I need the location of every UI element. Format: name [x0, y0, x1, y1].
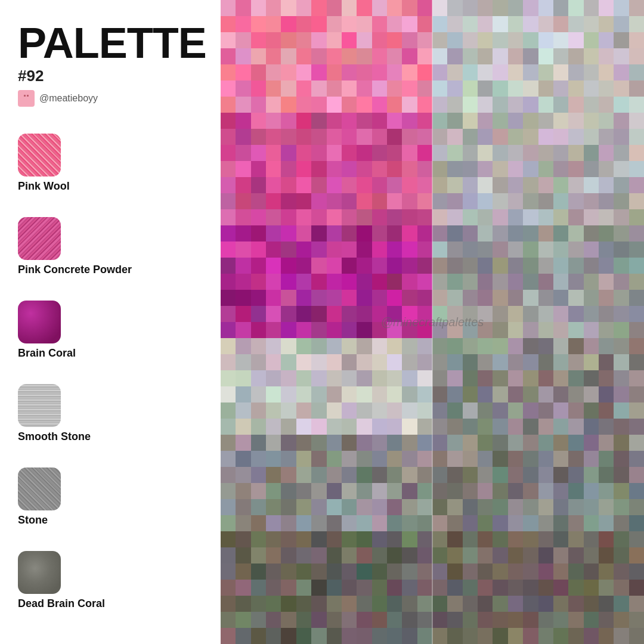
swatch-dead-brain-coral [18, 551, 61, 594]
color-item-smooth-stone: Smooth Stone [18, 384, 203, 443]
svg-rect-2 [24, 95, 26, 97]
color-item-stone: Stone [18, 467, 203, 527]
right-panel: @minecraftpalettes [221, 0, 644, 644]
color-item-dead-brain-coral: Dead Brain Coral [18, 551, 203, 610]
label-brain-coral: Brain Coral [18, 347, 203, 360]
svg-rect-1 [21, 100, 31, 104]
swatch-pink-concrete-powder [18, 217, 61, 260]
svg-rect-3 [27, 95, 29, 97]
palette-title: PALETTE [18, 21, 203, 64]
author-name: @meatieboyy [39, 93, 98, 104]
swatch-brain-coral [18, 301, 61, 343]
label-pink-wool: Pink Wool [18, 180, 203, 193]
pixel-art-canvas [221, 0, 644, 644]
color-item-pink-concrete-powder: Pink Concrete Powder [18, 217, 203, 276]
label-smooth-stone: Smooth Stone [18, 431, 203, 443]
color-item-pink-wool: Pink Wool [18, 134, 203, 193]
palette-number: #92 [18, 67, 203, 85]
author-avatar [18, 90, 35, 107]
color-items: Pink WoolPink Concrete PowderBrain Coral… [18, 121, 203, 623]
swatch-stone [18, 467, 61, 510]
author-row: @meatieboyy [18, 90, 203, 107]
swatch-pink-wool [18, 134, 61, 177]
label-dead-brain-coral: Dead Brain Coral [18, 597, 203, 610]
color-item-brain-coral: Brain Coral [18, 301, 203, 360]
swatch-smooth-stone [18, 384, 61, 427]
label-pink-concrete-powder: Pink Concrete Powder [18, 264, 203, 276]
left-panel: PALETTE #92 @meatieboyy Pink WoolPink Co… [0, 0, 221, 644]
label-stone: Stone [18, 514, 203, 527]
